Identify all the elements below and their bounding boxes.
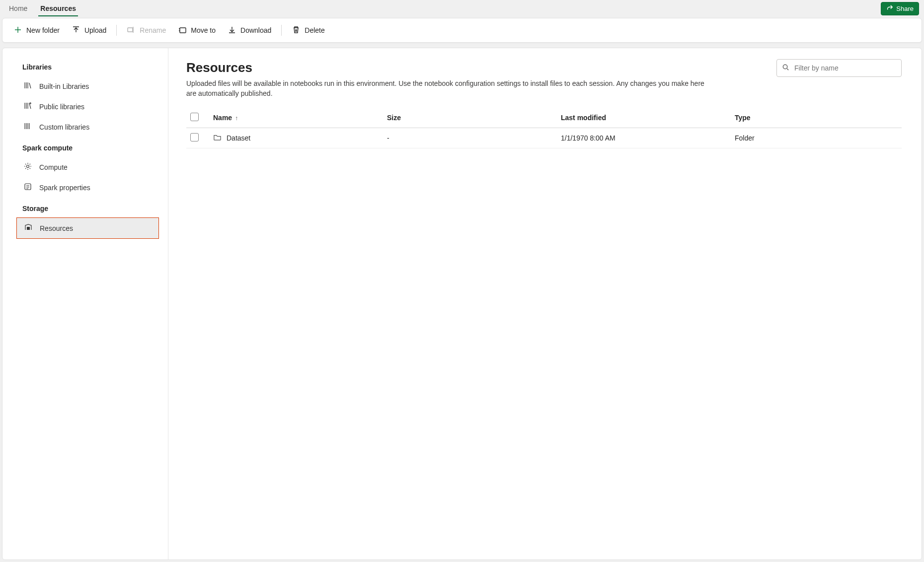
- column-header-type[interactable]: Type: [731, 108, 902, 128]
- download-button[interactable]: Download: [223, 22, 276, 39]
- sidebar-item-label: Resources: [40, 224, 73, 232]
- page-description: Uploaded files will be available in note…: [186, 78, 708, 99]
- upload-button[interactable]: Upload: [67, 22, 111, 39]
- sidebar-item-label: Built-in Libraries: [39, 82, 89, 90]
- search-icon: [782, 64, 789, 72]
- rename-label: Rename: [140, 26, 166, 34]
- trash-icon: [292, 25, 301, 36]
- column-label: Name: [213, 114, 232, 122]
- svg-rect-1: [180, 28, 186, 33]
- delete-label: Delete: [305, 26, 324, 34]
- sidebar-item-compute[interactable]: Compute: [2, 157, 168, 177]
- new-folder-label: New folder: [26, 26, 60, 34]
- upload-icon: [72, 25, 80, 36]
- folder-icon: [213, 133, 222, 143]
- toolbar: New folder Upload Rename Move to Downloa…: [2, 18, 922, 43]
- sidebar-item-label: Public libraries: [39, 103, 84, 111]
- sidebar-group-spark: Spark compute: [2, 137, 168, 157]
- download-label: Download: [240, 26, 271, 34]
- download-icon: [228, 25, 236, 36]
- column-header-last-modified[interactable]: Last modified: [557, 108, 731, 128]
- main-split: Libraries Built-in Libraries Public libr…: [2, 48, 922, 560]
- public-library-icon: [23, 101, 32, 112]
- svg-point-3: [27, 165, 29, 168]
- library-icon: [23, 81, 32, 91]
- plus-icon: [13, 25, 22, 36]
- upload-label: Upload: [84, 26, 106, 34]
- sidebar-item-label: Custom libraries: [39, 123, 89, 131]
- resources-table: Name ↑ Size Last modified Type: [186, 108, 902, 148]
- share-label: Share: [896, 5, 914, 12]
- toolbar-separator: [116, 25, 117, 36]
- column-select-all[interactable]: [186, 108, 209, 128]
- filter-box[interactable]: [776, 59, 902, 77]
- rename-button[interactable]: Rename: [122, 22, 171, 39]
- sidebar-item-resources[interactable]: Resources: [16, 217, 159, 239]
- column-header-size[interactable]: Size: [383, 108, 557, 128]
- row-type: Folder: [731, 128, 902, 148]
- svg-rect-0: [128, 28, 133, 32]
- share-button[interactable]: Share: [881, 2, 919, 15]
- resources-icon: [24, 223, 33, 233]
- sidebar-item-label: Spark properties: [39, 184, 90, 192]
- filter-input[interactable]: [793, 64, 896, 72]
- sidebar-item-label: Compute: [39, 163, 68, 171]
- table-row[interactable]: Dataset - 1/1/1970 8:00 AM Folder: [186, 128, 902, 148]
- move-to-button[interactable]: Move to: [173, 22, 221, 39]
- sidebar-item-custom-libraries[interactable]: Custom libraries: [2, 117, 168, 137]
- row-last-modified: 1/1/1970 8:00 AM: [557, 128, 731, 148]
- rename-icon: [127, 25, 136, 36]
- sidebar-group-storage: Storage: [2, 198, 168, 217]
- row-size: -: [383, 128, 557, 148]
- content: Resources Uploaded files will be availab…: [168, 48, 922, 560]
- sidebar-group-libraries: Libraries: [2, 56, 168, 76]
- sort-asc-icon: ↑: [235, 115, 238, 122]
- topbar-tabs: Home Resources: [4, 1, 78, 16]
- sidebar-item-public-libraries[interactable]: Public libraries: [2, 96, 168, 117]
- row-checkbox[interactable]: [190, 133, 199, 141]
- sidebar-item-spark-properties[interactable]: Spark properties: [2, 177, 168, 198]
- toolbar-separator: [281, 25, 282, 36]
- move-to-label: Move to: [191, 26, 216, 34]
- move-icon: [178, 25, 187, 36]
- new-folder-button[interactable]: New folder: [8, 22, 65, 39]
- sidebar-item-builtin-libraries[interactable]: Built-in Libraries: [2, 76, 168, 96]
- tab-home[interactable]: Home: [7, 1, 29, 16]
- tab-resources[interactable]: Resources: [38, 1, 78, 16]
- gear-icon: [23, 162, 32, 172]
- svg-point-5: [783, 65, 787, 69]
- topbar: Home Resources Share: [0, 0, 924, 18]
- properties-icon: [23, 182, 32, 193]
- delete-button[interactable]: Delete: [287, 22, 329, 39]
- sidebar: Libraries Built-in Libraries Public libr…: [2, 48, 168, 560]
- column-header-name[interactable]: Name ↑: [209, 108, 383, 128]
- row-name: Dataset: [227, 134, 250, 142]
- svg-point-2: [30, 103, 31, 104]
- checkbox-icon[interactable]: [190, 113, 199, 121]
- custom-library-icon: [23, 122, 32, 132]
- share-icon: [886, 4, 893, 13]
